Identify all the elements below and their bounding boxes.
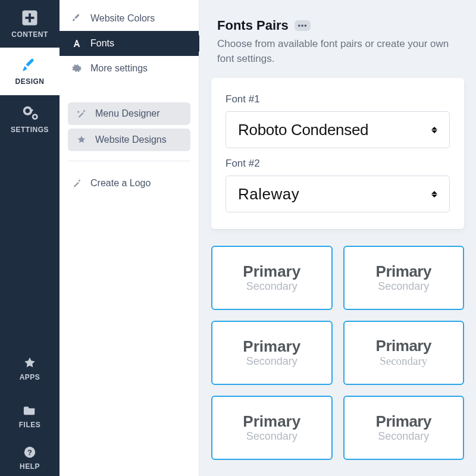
sidebar-label-apps: APPS — [20, 373, 40, 381]
pair-primary: Primary — [243, 414, 300, 430]
pair-secondary: Secondary — [378, 430, 429, 443]
page-description: Choose from available font pairs or crea… — [217, 37, 458, 66]
divider — [68, 161, 190, 161]
pair-primary: Primary — [376, 414, 431, 430]
submenu-item-more-settings[interactable]: More settings — [60, 56, 199, 81]
submenu-label: Create a Logo — [90, 178, 151, 189]
sort-icon — [431, 191, 437, 198]
submenu-label: Menu Designer — [95, 108, 160, 119]
page-title: Fonts Pairs — [217, 18, 289, 33]
font-pair-card[interactable]: Primary Secondary — [211, 396, 333, 460]
pair-secondary: Secondary — [380, 355, 427, 368]
sidebar-item-apps[interactable]: APPS — [0, 345, 60, 393]
svg-rect-2 — [26, 17, 35, 19]
wand-icon — [71, 178, 82, 189]
font1-select[interactable]: Roboto Condensed — [226, 111, 450, 148]
font-pair-card[interactable]: Primary Secondary — [211, 321, 333, 385]
sidebar-item-settings[interactable]: SETTINGS — [0, 95, 60, 143]
pair-primary: Primary — [376, 338, 431, 354]
pair-secondary: Secondary — [246, 280, 298, 293]
sort-icon — [431, 127, 437, 133]
plus-square-icon — [21, 9, 39, 27]
star-outline-icon — [76, 134, 87, 145]
pair-primary: Primary — [243, 339, 300, 355]
submenu-item-menu-designer[interactable]: Menu Designer — [68, 102, 190, 125]
main: Fonts Pairs ••• Choose from available fo… — [199, 0, 476, 476]
font-settings-card: Font #1 Roboto Condensed Font #2 Raleway — [211, 78, 464, 229]
pairs-grid: Primary Secondary Primary Secondary Prim… — [199, 246, 476, 460]
brush-small-icon — [71, 13, 82, 24]
sidebar-label-files: FILES — [19, 421, 41, 429]
submenu-label: Website Designs — [95, 134, 167, 145]
font-a-icon — [71, 38, 82, 49]
svg-text:?: ? — [27, 448, 32, 457]
pair-primary: Primary — [243, 264, 300, 280]
font2-select[interactable]: Raleway — [226, 176, 450, 212]
submenu-label: More settings — [90, 63, 148, 74]
brush-icon — [21, 57, 38, 74]
submenu: Website Colors Fonts More settings Menu … — [60, 0, 199, 476]
pair-primary: Primary — [376, 264, 431, 280]
font-pair-card[interactable]: Primary Secondary — [343, 246, 465, 310]
sidebar-label-settings: SETTINGS — [11, 126, 49, 134]
sidebar-item-help[interactable]: ? HELP — [0, 440, 60, 476]
pair-secondary: Secondary — [246, 355, 298, 368]
submenu-item-fonts[interactable]: Fonts — [60, 31, 199, 56]
sidebar-item-design[interactable]: DESIGN — [0, 48, 60, 95]
settings-small-icon — [71, 63, 82, 74]
sidebar-top-group: CONTENT DESIGN SETTINGS — [0, 0, 60, 143]
sidebar-bottom-group: APPS FILES ? HELP — [0, 345, 60, 476]
font-pair-card[interactable]: Primary Secondary — [343, 321, 465, 385]
font1-value: Roboto Condensed — [238, 121, 368, 139]
pair-secondary: Secondary — [246, 430, 298, 443]
font2-label: Font #2 — [226, 158, 450, 170]
submenu-label: Fonts — [90, 38, 114, 49]
sidebar-label-content: CONTENT — [11, 30, 48, 39]
folder-icon — [23, 404, 36, 417]
main-header: Fonts Pairs ••• Choose from available fo… — [199, 0, 476, 78]
sidebar-label-design: DESIGN — [15, 77, 44, 86]
font-pair-card[interactable]: Primary Secondary — [343, 396, 465, 460]
more-options-button[interactable]: ••• — [295, 20, 311, 31]
font-pair-card[interactable]: Primary Secondary — [211, 246, 333, 310]
submenu-item-website-designs[interactable]: Website Designs — [68, 129, 190, 151]
submenu-label: Website Colors — [90, 13, 155, 24]
wand-icon — [76, 108, 87, 119]
pair-secondary: Secondary — [378, 280, 429, 293]
sidebar-item-files[interactable]: FILES — [0, 393, 60, 440]
font1-label: Font #1 — [226, 93, 450, 105]
font2-value: Raleway — [238, 185, 299, 203]
submenu-item-website-colors[interactable]: Website Colors — [60, 6, 199, 31]
star-icon — [23, 356, 36, 369]
submenu-item-create-logo[interactable]: Create a Logo — [60, 171, 199, 196]
gears-icon — [21, 104, 39, 122]
sidebar-label-help: HELP — [20, 462, 40, 471]
sidebar-item-content[interactable]: CONTENT — [0, 0, 60, 48]
sidebar: CONTENT DESIGN SETTINGS APPS FILES ? HEL… — [0, 0, 60, 476]
question-circle-icon: ? — [23, 446, 36, 459]
